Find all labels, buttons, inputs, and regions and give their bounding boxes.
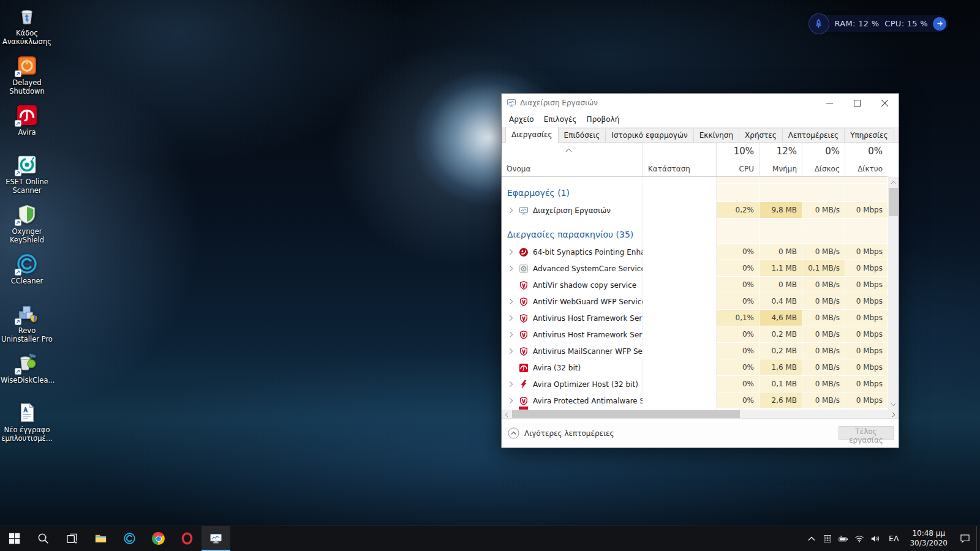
tab-app-history[interactable]: Ιστορικό εφαρμογών	[605, 129, 693, 142]
recycle-bin-icon	[16, 5, 38, 27]
taskbar-ccleaner-button[interactable]	[115, 526, 144, 551]
tab-details[interactable]: Λεπτομέρειες	[782, 129, 845, 142]
tab-startup[interactable]: Εκκίνηση	[693, 129, 739, 142]
desktop-icon-delayed-shutdown[interactable]: Delayed Shutdown	[0, 54, 54, 103]
process-name: Διαχείριση Εργασιών	[533, 206, 611, 215]
expand-chevron-icon[interactable]	[506, 207, 516, 214]
process-status-cell	[643, 343, 716, 359]
column-header-status[interactable]: Κατάσταση	[643, 143, 716, 176]
process-row[interactable]: Advanced SystemCare Service (...0%1,1 MB…	[502, 260, 888, 277]
cell-cpu: 0%	[716, 326, 759, 343]
fewer-details-toggle[interactable]: Λιγότερες λεπτομέρειες	[508, 427, 614, 439]
desktop-icon-avira[interactable]: Avira	[0, 104, 54, 152]
eset-online-scanner-icon	[16, 154, 38, 176]
taskbar-task-manager-button[interactable]	[202, 526, 230, 551]
minimize-button[interactable]	[816, 94, 843, 112]
cell-net: 0 Mbps	[845, 310, 888, 326]
cell-mem: 0,4 MB	[759, 293, 802, 310]
end-task-button[interactable]: Τέλος εργασίας	[839, 426, 894, 440]
scroll-down-button[interactable]	[888, 399, 899, 410]
process-name-cell: Advanced SystemCare Service (...	[502, 260, 643, 277]
battery-charging-icon[interactable]	[835, 526, 851, 551]
column-header-name[interactable]: Όνομα	[502, 143, 643, 176]
tab-performance[interactable]: Επιδόσεις	[558, 129, 606, 142]
expand-chevron-icon[interactable]	[506, 249, 516, 255]
language-indicator[interactable]: ΕΛ	[883, 534, 904, 543]
process-status-cell	[643, 277, 716, 293]
expand-chevron-icon[interactable]	[506, 381, 516, 388]
horizontal-scroll-thumb[interactable]	[512, 410, 740, 419]
cpu-value: 15 %	[907, 19, 928, 28]
taskbar-chrome-button[interactable]	[144, 526, 173, 551]
desktop-icon-revo-uninstaller-pro[interactable]: Revo Uninstaller Pro	[0, 302, 54, 351]
maximize-button[interactable]	[843, 94, 871, 112]
widget-expand-arrow-button[interactable]	[933, 17, 946, 31]
desktop-icon-ccleaner[interactable]: CCleaner	[0, 253, 54, 301]
ram-label: RAM:	[835, 19, 856, 28]
scroll-up-button[interactable]	[888, 177, 899, 187]
process-row[interactable]: Διαχείριση Εργασιών0,2%9,8 MB0 MB/s0 Mbp…	[502, 202, 888, 219]
cell-cpu: 0%	[716, 277, 759, 293]
process-row[interactable]: Avira (32 bit)0%1,6 MB0 MB/s0 Mbps	[502, 359, 888, 376]
clock-time: 10:48 μμ	[910, 529, 948, 539]
expand-chevron-icon[interactable]	[506, 265, 516, 272]
column-header-disk[interactable]: 0%Δίσκος	[802, 143, 845, 176]
close-button[interactable]	[871, 94, 899, 112]
vertical-scrollbar[interactable]	[888, 177, 899, 410]
expand-chevron-icon[interactable]	[506, 348, 516, 354]
fewer-details-label: Λιγότερες λεπτομέρειες	[524, 429, 614, 438]
expand-chevron-icon[interactable]	[506, 298, 516, 305]
column-header-cpu[interactable]: 10%CPU	[716, 143, 759, 176]
column-header-memory[interactable]: 12%Μνήμη	[759, 143, 802, 176]
wifi-icon[interactable]	[851, 526, 867, 551]
process-row[interactable]: Antivirus Host Framework Servi...0%0,2 M…	[502, 326, 888, 343]
desktop-icon-label: Νέο έγγραφο εμπλουτισμέ...	[1, 425, 53, 443]
desktop-icon-recycle-bin[interactable]: Κάδος Ανακύκλωσης	[0, 5, 54, 53]
process-name: Antivirus Host Framework Servi...	[533, 331, 643, 339]
group-header-row[interactable]: Διεργασίες παρασκηνίου (35)	[502, 225, 888, 244]
process-row[interactable]: AntiVir WebGuard WFP Service (...0%0,4 M…	[502, 293, 888, 310]
process-row[interactable]: Avira Optimizer Host (32 bit)0%0,1 MB0 M…	[502, 376, 888, 392]
tab-users[interactable]: Χρήστες	[739, 129, 783, 142]
tab-services[interactable]: Υπηρεσίες	[844, 129, 894, 142]
show-desktop-button[interactable]	[976, 526, 980, 551]
title-bar[interactable]: Διαχείριση Εργασιών	[502, 94, 899, 112]
column-header-network[interactable]: 0%Δίκτυο	[845, 143, 888, 176]
menu-file[interactable]: Αρχείο	[504, 115, 539, 124]
volume-icon[interactable]	[867, 526, 883, 551]
antivir-shield-icon	[519, 396, 529, 406]
touch-grid-icon[interactable]	[820, 526, 835, 551]
menu-bar: Αρχείο Επιλογές Προβολή	[502, 112, 899, 127]
taskbar-clock[interactable]: 10:48 μμ 30/3/2020	[904, 529, 953, 548]
cell-disk: 0 MB/s	[802, 202, 845, 219]
process-row[interactable]: Antivirus Host Framework Servi...0,1%4,6…	[502, 310, 888, 326]
process-row[interactable]: AntiVir shadow copy service0%0 MB0 MB/s0…	[502, 277, 888, 293]
menu-view[interactable]: Προβολή	[582, 115, 625, 124]
taskbar-task-view-button[interactable]	[58, 526, 86, 551]
desktop-icon-oxynger-keyshield[interactable]: Oxynger KeyShield	[0, 203, 54, 252]
desktop-icon-new-rich-document[interactable]: Νέο έγγραφο εμπλουτισμέ...	[0, 402, 54, 450]
tab-processes[interactable]: Διεργασίες	[505, 127, 559, 143]
menu-options[interactable]: Επιλογές	[539, 115, 582, 124]
expand-chevron-icon[interactable]	[506, 331, 516, 338]
taskbar-search-button[interactable]	[29, 526, 58, 551]
process-name-cell: Avira (32 bit)	[502, 359, 643, 376]
taskbar-start-button[interactable]	[0, 526, 29, 551]
expand-chevron-icon[interactable]	[506, 315, 516, 321]
hidden-icons-chevron-icon[interactable]	[804, 526, 820, 551]
desktop-icon-eset-online-scanner[interactable]: ESET Online Scanner	[0, 154, 54, 202]
group-header-row[interactable]: Εφαρμογές (1)	[502, 184, 888, 202]
taskbar-file-explorer-button[interactable]	[86, 526, 115, 551]
avira-icon	[16, 104, 38, 126]
cell-cpu: 0%	[716, 244, 759, 260]
shortcut-arrow-icon	[15, 70, 21, 77]
process-row[interactable]: 64-bit Synaptics Pointing Enhan...0%0 MB…	[502, 244, 888, 260]
expand-chevron-icon[interactable]	[506, 397, 516, 404]
desktop-icon-label: Oxynger KeyShield	[1, 227, 53, 245]
taskbar-opera-button[interactable]	[173, 526, 202, 551]
vertical-scroll-thumb[interactable]	[889, 188, 898, 216]
process-row[interactable]: Avira Protected Antimalware Se...0%2,6 M…	[502, 392, 888, 409]
desktop-icon-wise-disk-cleaner[interactable]: WiseDiskClea...	[0, 352, 54, 400]
process-row[interactable]: Antivirus MailScanner WFP Serv...0%0,2 M…	[502, 343, 888, 359]
action-center-button[interactable]	[953, 526, 976, 551]
